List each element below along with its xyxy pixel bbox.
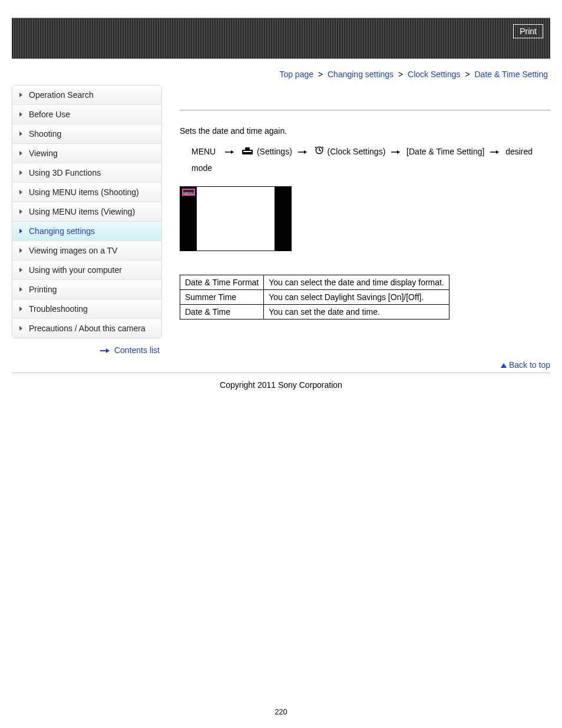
sidebar-item-label: Using with your computer: [29, 265, 122, 275]
option-name: Summer Time: [180, 290, 264, 305]
triangle-up-icon: [501, 363, 507, 368]
sidebar-item-3d[interactable]: Using 3D Functions: [12, 163, 161, 183]
menu-path-start: MENU: [191, 147, 216, 156]
intro-text: Sets the date and time again.: [180, 126, 550, 136]
sidebar-item-printing[interactable]: Printing: [12, 280, 161, 299]
sidebar-item-shooting[interactable]: Shooting: [12, 124, 161, 144]
sidebar-item-label: Using 3D Functions: [29, 168, 101, 177]
sidebar-item-label: Printing: [29, 285, 57, 294]
page-number: 220: [0, 707, 562, 716]
print-button[interactable]: Print: [513, 24, 543, 38]
section-rule: [180, 110, 550, 111]
breadcrumb-link-clock[interactable]: Clock Settings: [408, 70, 460, 79]
svg-marker-1: [106, 348, 110, 353]
contents-list-link[interactable]: Contents list: [114, 345, 160, 355]
main-content: Sets the date and time again. MENU (Sett…: [180, 85, 550, 319]
svg-marker-14: [397, 150, 400, 154]
svg-line-12: [319, 150, 321, 151]
option-desc: You can set the date and time.: [264, 305, 449, 319]
option-name: Date & Time Format: [180, 275, 264, 290]
svg-marker-8: [304, 150, 307, 154]
arrow-right-icon: [100, 348, 110, 354]
sidebar-nav: Operation Search Before Use Shooting Vie…: [12, 85, 162, 338]
breadcrumb-current: Date & Time Setting: [474, 70, 548, 79]
menu-chip: MENU: [182, 189, 195, 196]
sidebar-item-label: Using MENU items (Shooting): [29, 187, 139, 197]
svg-marker-16: [496, 150, 499, 154]
breadcrumb-sep: >: [316, 70, 325, 79]
menu-path-settings: (Settings): [257, 147, 292, 156]
menu-path-clock: (Clock Settings): [328, 147, 386, 156]
sidebar-item-label: Shooting: [29, 129, 61, 139]
clock-icon: [315, 144, 324, 160]
camera-screenshot: MENU: [180, 186, 292, 251]
breadcrumb-link-changing[interactable]: Changing settings: [328, 70, 394, 79]
table-row: Summer Time You can select Daylight Savi…: [180, 290, 449, 305]
sidebar-item-label: Troubleshooting: [29, 304, 88, 314]
options-table: Date & Time Format You can select the da…: [180, 275, 449, 319]
table-row: Date & Time Format You can select the da…: [180, 275, 449, 290]
copyright-text: Copyright 2011 Sony Corporation: [12, 380, 550, 390]
toolbox-icon: [242, 144, 253, 160]
breadcrumb-link-top[interactable]: Top page: [279, 70, 313, 79]
sidebar-item-menu-shooting[interactable]: Using MENU items (Shooting): [12, 183, 161, 202]
svg-marker-3: [231, 150, 234, 154]
menu-path: MENU (Settings) (Clock Settings) [Date &…: [180, 144, 550, 176]
sidebar-item-changing-settings[interactable]: Changing settings: [12, 222, 161, 241]
sidebar-item-computer[interactable]: Using with your computer: [12, 261, 161, 280]
sidebar-item-label: Using MENU items (Viewing): [29, 207, 135, 216]
sidebar: Operation Search Before Use Shooting Vie…: [12, 85, 162, 355]
option-desc: You can select Daylight Savings [On]/[Of…: [264, 290, 449, 305]
arrow-icon: [490, 149, 500, 155]
svg-rect-5: [245, 147, 250, 150]
table-row: Date & Time You can set the date and tim…: [180, 305, 449, 319]
arrow-icon: [298, 149, 308, 155]
svg-rect-6: [243, 151, 252, 152]
breadcrumb-sep: >: [396, 70, 405, 79]
menu-path-datetime: [Date & Time Setting]: [406, 147, 484, 156]
back-to-top-link[interactable]: Back to top: [501, 360, 550, 370]
back-to-top-label: Back to top: [509, 360, 550, 370]
header-band: Print: [12, 18, 550, 59]
sidebar-item-menu-viewing[interactable]: Using MENU items (Viewing): [12, 202, 161, 222]
sidebar-item-label: Viewing: [29, 149, 58, 158]
sidebar-item-label: Viewing images on a TV: [29, 246, 117, 255]
arrow-icon: [225, 149, 234, 155]
sidebar-item-operation-search[interactable]: Operation Search: [12, 85, 161, 105]
sidebar-item-label: Operation Search: [29, 90, 94, 100]
sidebar-item-viewing[interactable]: Viewing: [12, 144, 161, 163]
arrow-icon: [391, 149, 401, 155]
sidebar-item-tv[interactable]: Viewing images on a TV: [12, 241, 161, 261]
sidebar-item-label: Before Use: [29, 110, 70, 119]
sidebar-item-label: Precautions / About this camera: [29, 324, 146, 333]
footer: Back to top Copyright 2011 Sony Corporat…: [12, 373, 550, 390]
sidebar-item-precautions[interactable]: Precautions / About this camera: [12, 319, 161, 338]
option-name: Date & Time: [180, 305, 264, 319]
sidebar-item-label: Changing settings: [29, 226, 95, 236]
sidebar-item-before-use[interactable]: Before Use: [12, 105, 161, 124]
breadcrumb: Top page > Changing settings > Clock Set…: [12, 59, 550, 79]
option-desc: You can select the date and time display…: [264, 275, 449, 290]
sidebar-item-troubleshooting[interactable]: Troubleshooting: [12, 299, 161, 319]
breadcrumb-sep: >: [462, 70, 472, 79]
